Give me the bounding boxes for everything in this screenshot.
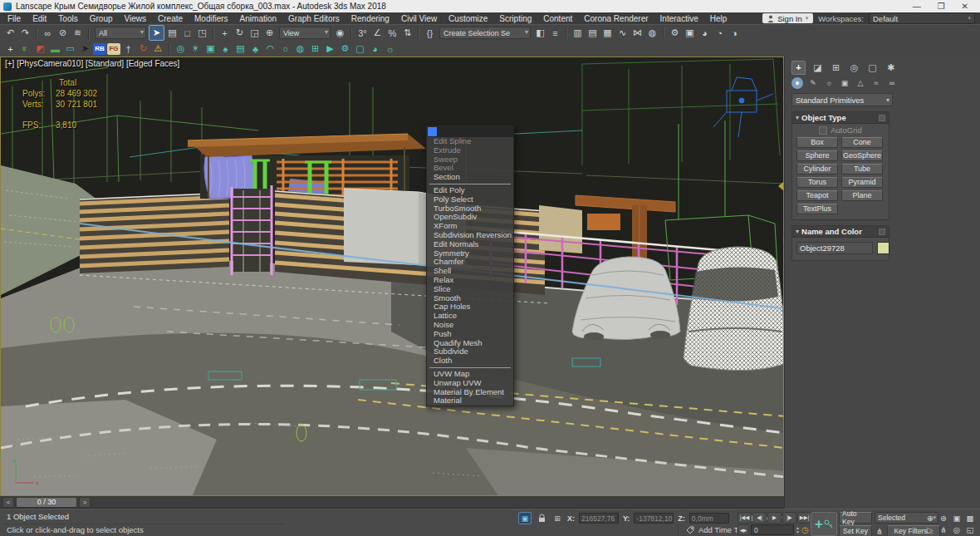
collapse-button[interactable]: » (18, 42, 32, 56)
toolbar-separator[interactable] (36, 27, 37, 39)
menu-item[interactable]: Civil View (395, 14, 443, 23)
render-iterative-button[interactable]: ◔ (713, 26, 727, 40)
modifier-menu-item[interactable]: Push (427, 330, 513, 339)
spinner-snap-button[interactable]: ⇅ (400, 26, 414, 40)
category-cameras[interactable]: ▣ (839, 77, 850, 89)
previous-frame-button[interactable]: ◀| (752, 512, 767, 524)
library-tool-button[interactable]: ▤ (233, 42, 247, 56)
name-color-rollout-header[interactable]: ▾ Name and Color (792, 226, 889, 238)
angle-snap-button[interactable]: ∠ (370, 26, 385, 40)
go-to-start-button[interactable]: |◀◀ (737, 512, 752, 524)
modifier-menu-item[interactable]: OpenSubdiv (427, 213, 513, 222)
coord-y-field[interactable]: -137812,10 (634, 513, 674, 524)
rendered-frame-button[interactable]: ▣ (683, 26, 697, 40)
modifier-menu-item[interactable]: Edit Poly (427, 186, 513, 195)
proboolean-button[interactable]: ◩ (33, 42, 47, 56)
pointer-tool-button[interactable]: ➤ (78, 42, 92, 56)
select-and-link-button[interactable]: ∞ (41, 26, 55, 40)
object-category-dropdown[interactable]: Standard Primitives▾ (791, 93, 893, 106)
select-object-button[interactable]: ➤ (149, 25, 164, 41)
play-button[interactable]: ▶ (767, 512, 782, 524)
primitive-button[interactable]: GeoSphere (841, 150, 883, 161)
close-button[interactable]: ✕ (962, 2, 968, 11)
modifier-menu-item[interactable]: Extrude (427, 146, 513, 155)
orbit-icon[interactable]: ◎ (950, 524, 963, 535)
lamp-tool-button[interactable]: ☼ (383, 42, 397, 56)
undo-button[interactable]: ↶ (3, 26, 17, 40)
zoom-extents-all-icon[interactable]: ▩ (963, 512, 977, 524)
measure-tool-button[interactable]: ▭ (63, 42, 77, 56)
category-shapes[interactable]: ✎ (807, 77, 819, 89)
menu-item[interactable]: Group (84, 14, 119, 23)
sync-button[interactable]: ↻ (136, 42, 150, 56)
modifier-menu-item[interactable]: Section (427, 173, 513, 182)
modifier-menu-item[interactable]: Sweep (427, 155, 513, 165)
toolbar-separator[interactable] (213, 27, 214, 39)
primitive-button[interactable]: Box (796, 137, 838, 148)
category-lights[interactable]: ☼ (823, 77, 835, 89)
tab-display[interactable]: ▢ (866, 61, 879, 74)
tab-modify[interactable]: ◪ (811, 61, 824, 74)
workspace-dropdown[interactable]: Default▾ (869, 12, 975, 24)
render-setup-button[interactable]: ⚙ (668, 26, 682, 40)
reference-coordinate-dropdown[interactable]: View (279, 27, 331, 39)
viewport-label[interactable]: [+] [PhysCamera010] [Standard] [Edged Fa… (5, 59, 179, 68)
modifier-menu-item[interactable]: UVW Map (427, 370, 513, 379)
modifier-menu-item[interactable]: Material (427, 396, 513, 406)
ribbon-toggle-button[interactable]: ▦ (600, 26, 615, 40)
selection-set-dropdown[interactable]: Create Selection Se (439, 27, 531, 39)
select-by-name-button[interactable]: ▤ (165, 26, 179, 40)
forest-tool-button[interactable]: ♠ (218, 42, 233, 56)
bind-to-space-warp-button[interactable]: ≋ (71, 26, 85, 40)
isolate-selection-toggle[interactable]: ▣ (518, 512, 532, 524)
modifier-menu-item[interactable] (429, 367, 511, 368)
object-name-input[interactable] (796, 242, 873, 254)
modifier-menu-item[interactable]: Poly Select (427, 195, 513, 204)
modifier-menu-item[interactable]: Cloth (427, 357, 513, 366)
zoom-all-icon[interactable]: ⊛ (937, 512, 950, 524)
sun-tool-button[interactable]: ☀ (189, 42, 203, 56)
category-space-warps[interactable]: ≈ (870, 77, 882, 89)
menu-item[interactable]: Modifiers (189, 14, 234, 23)
time-slider[interactable]: 0 / 30 (16, 497, 77, 508)
align-button[interactable]: ≡ (548, 26, 562, 40)
primitive-button[interactable]: Pyramid (841, 177, 883, 188)
previous-frame-small-button[interactable]: < (2, 497, 14, 508)
bell-tool-button[interactable]: ◠ (263, 42, 277, 56)
redo-button[interactable]: ↷ (18, 26, 32, 40)
menu-item[interactable]: Edit (27, 14, 52, 23)
modifier-menu-item[interactable]: Edit Spline (427, 137, 513, 146)
menu-item[interactable]: Views (119, 14, 153, 23)
sign-in-button[interactable]: Sign In▾ (762, 13, 813, 23)
go-to-end-button[interactable]: ▶▶| (797, 512, 811, 524)
tab-hierarchy[interactable]: ⊞ (830, 61, 842, 74)
modifier-menu-item[interactable]: Quadify Mesh (427, 339, 513, 348)
modifier-menu-item[interactable]: Relax (427, 276, 513, 285)
tab-motion[interactable]: ◎ (848, 61, 860, 74)
transform-gizmo-toggle[interactable]: ⊞ (551, 513, 563, 524)
zoom-icon[interactable]: ⊕ (924, 512, 937, 524)
menu-item[interactable]: Corona Renderer (578, 14, 654, 23)
material-editor-button[interactable]: ◍ (645, 26, 659, 40)
modifier-menu-item[interactable]: Unwrap UVW (427, 379, 513, 388)
walk-through-icon[interactable]: ⋔ (937, 524, 950, 535)
modifier-menu-item[interactable]: Subdivide (427, 347, 513, 357)
modifier-menu-item[interactable]: Edit Normals (427, 240, 513, 249)
percent-snap-button[interactable]: % (385, 26, 399, 40)
plane-tool-button[interactable]: ▬ (48, 42, 62, 56)
warning-button[interactable]: ⚠ (151, 42, 165, 56)
primitive-button[interactable]: TextPlus (796, 204, 838, 214)
toolbar-separator[interactable] (88, 27, 90, 39)
primitive-button[interactable]: Teapot (796, 190, 838, 201)
menu-item[interactable]: Customize (443, 14, 493, 23)
select-and-rotate-button[interactable]: ↻ (233, 26, 247, 40)
time-configuration-icon[interactable]: ◷ (801, 525, 809, 534)
category-helpers[interactable]: △ (855, 77, 866, 89)
scatter-tool-button[interactable]: ◍ (293, 42, 307, 56)
viewport[interactable]: x y [+] [PhysCamera010] [Standard] [Edge… (0, 57, 784, 496)
toolbar-separator[interactable] (169, 43, 170, 55)
schematic-view-button[interactable]: ⋈ (630, 26, 644, 40)
script-plus-button[interactable]: + (3, 42, 17, 56)
menu-item[interactable]: Scripting (493, 14, 537, 23)
menu-item[interactable]: File (2, 14, 27, 23)
